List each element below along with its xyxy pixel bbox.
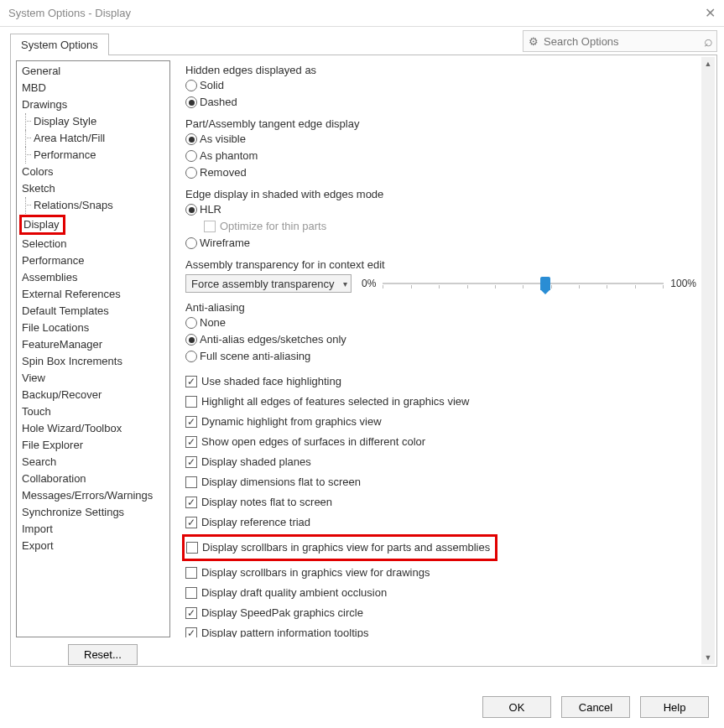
sidebar-item[interactable]: Backup/Recover <box>17 387 169 403</box>
close-icon[interactable]: ✕ <box>705 5 716 21</box>
radio-icon[interactable] <box>185 80 197 91</box>
sidebar-item[interactable]: Collaboration <box>17 471 169 487</box>
sidebar-item[interactable]: Default Templates <box>17 303 169 320</box>
radio-icon[interactable] <box>185 334 197 346</box>
vertical-scrollbar[interactable]: ▲ ▼ <box>701 57 715 664</box>
radio-option[interactable]: Anti-alias edges/sketches only <box>185 331 710 348</box>
checkbox-icon[interactable] <box>186 542 198 554</box>
checkbox-option[interactable]: Display notes flat to screen <box>185 494 710 511</box>
checkbox-option[interactable]: Use shaded face highlighting <box>185 373 710 390</box>
sidebar-item[interactable]: Search <box>17 454 169 471</box>
sidebar-item[interactable]: General <box>17 63 169 80</box>
radio-option[interactable]: Wireframe <box>185 235 710 252</box>
sidebar-item[interactable]: External References <box>17 286 169 303</box>
checkbox-option[interactable]: Display dimensions flat to screen <box>185 474 710 491</box>
radio-icon[interactable] <box>185 237 197 249</box>
sidebar-item[interactable]: Performance <box>17 252 169 269</box>
checkbox-icon[interactable] <box>185 416 197 428</box>
sidebar-item[interactable]: Import <box>17 521 169 538</box>
sidebar-item[interactable]: Sketch <box>17 180 169 197</box>
radio-option[interactable]: Removed <box>185 164 710 181</box>
checkbox-option[interactable]: Show open edges of surfaces in different… <box>185 434 710 450</box>
sidebar-item[interactable]: View <box>17 370 169 387</box>
scroll-down-icon[interactable]: ▼ <box>701 651 715 664</box>
help-button[interactable]: Help <box>640 696 709 718</box>
radio-option[interactable]: HLR <box>185 201 710 218</box>
sidebar-item[interactable]: Selection <box>17 236 169 252</box>
radio-option[interactable]: Solid <box>185 77 710 94</box>
gear-icon: ⚙ <box>529 35 539 48</box>
sidebar-item[interactable]: MBD <box>17 80 169 96</box>
checkbox-option[interactable]: Display shaded planes <box>185 454 710 471</box>
combo-value: Force assembly transparency <box>191 278 335 290</box>
checkbox-icon[interactable] <box>185 456 197 468</box>
reset-button[interactable]: Reset... <box>68 644 138 665</box>
checkbox-option[interactable]: Display pattern information tooltips <box>185 625 710 637</box>
transparency-combo[interactable]: Force assembly transparency▾ <box>185 274 352 293</box>
checkbox-option[interactable]: Dynamic highlight from graphics view <box>185 413 710 430</box>
slider-thumb[interactable] <box>540 277 550 290</box>
sidebar-item[interactable]: Display Style <box>17 113 169 130</box>
radio-icon[interactable] <box>185 133 197 145</box>
sidebar-item[interactable]: File Explorer <box>17 437 169 454</box>
scroll-up-icon[interactable]: ▲ <box>701 57 715 70</box>
radio-option[interactable]: Full scene anti-aliasing <box>185 348 710 365</box>
search-options-field[interactable]: ⚙ ⌕ <box>523 30 717 52</box>
sidebar-item[interactable]: Hole Wizard/Toolbox <box>17 420 169 437</box>
sidebar-item[interactable]: Touch <box>17 403 169 420</box>
checkbox-option[interactable]: Display SpeedPak graphics circle <box>185 605 710 621</box>
cancel-button[interactable]: Cancel <box>561 696 630 718</box>
radio-option[interactable]: As phantom <box>185 148 710 164</box>
checkbox-icon[interactable] <box>185 517 197 528</box>
sidebar-item[interactable]: Export <box>17 538 169 554</box>
checkbox-icon[interactable] <box>185 436 197 448</box>
radio-icon[interactable] <box>185 167 197 179</box>
search-icon[interactable]: ⌕ <box>704 33 713 50</box>
checkbox-option[interactable]: Display reference triad <box>185 514 710 531</box>
group-label: Edge display in shaded with edges mode <box>185 188 710 200</box>
tab-system-options[interactable]: System Options <box>10 34 109 55</box>
sidebar-item[interactable]: Display <box>17 214 169 236</box>
sidebar-item[interactable]: FeatureManager <box>17 336 169 353</box>
radio-icon[interactable] <box>185 96 197 108</box>
radio-option[interactable]: Dashed <box>185 94 710 111</box>
checkbox-label: Display scrollbars in graphics view for … <box>201 564 430 581</box>
sidebar-item[interactable]: File Locations <box>17 320 169 336</box>
sidebar-item-display-highlighted[interactable]: Display <box>19 215 65 235</box>
sidebar-item[interactable]: Messages/Errors/Warnings <box>17 487 169 504</box>
sidebar-item[interactable]: Assemblies <box>17 269 169 286</box>
checkbox-icon[interactable] <box>185 396 197 408</box>
sidebar-item[interactable]: Colors <box>17 164 169 180</box>
radio-icon[interactable] <box>185 150 197 162</box>
checkbox-option[interactable]: Highlight all edges of features selected… <box>185 393 710 410</box>
checkbox-label: Show open edges of surfaces in different… <box>201 434 425 450</box>
sidebar-item[interactable]: Performance <box>17 147 169 164</box>
sidebar-item[interactable]: Area Hatch/Fill <box>17 130 169 147</box>
sidebar-item[interactable]: Spin Box Increments <box>17 353 169 370</box>
checkbox-icon[interactable] <box>185 607 197 619</box>
highlighted-checkbox[interactable]: Display scrollbars in graphics view for … <box>182 534 497 561</box>
transparency-slider[interactable] <box>383 275 664 292</box>
checkbox-icon[interactable] <box>185 567 197 579</box>
checkbox-option[interactable]: Display scrollbars in graphics view for … <box>185 534 710 561</box>
checkbox-icon[interactable] <box>185 587 197 599</box>
checkbox-icon[interactable] <box>185 627 197 637</box>
checkbox-option[interactable]: Display scrollbars in graphics view for … <box>185 564 710 581</box>
sidebar-item[interactable]: Synchronize Settings <box>17 504 169 521</box>
radio-icon[interactable] <box>185 351 197 362</box>
checkbox-option[interactable]: Display draft quality ambient occlusion <box>185 585 710 601</box>
radio-option[interactable]: None <box>185 315 710 331</box>
chevron-down-icon[interactable]: ▾ <box>343 279 347 289</box>
slider-min: 0% <box>362 278 376 289</box>
checkbox-icon[interactable] <box>185 476 197 488</box>
group-label: Anti-aliasing <box>185 301 710 314</box>
checkbox-icon[interactable] <box>185 376 197 387</box>
radio-icon[interactable] <box>185 204 197 216</box>
sidebar-item[interactable]: Drawings <box>17 96 169 113</box>
search-input[interactable] <box>542 34 704 49</box>
sidebar-item[interactable]: Relations/Snaps <box>17 197 169 214</box>
radio-option[interactable]: As visible <box>185 131 710 148</box>
ok-button[interactable]: OK <box>482 696 551 718</box>
checkbox-icon[interactable] <box>185 497 197 508</box>
radio-icon[interactable] <box>185 317 197 329</box>
